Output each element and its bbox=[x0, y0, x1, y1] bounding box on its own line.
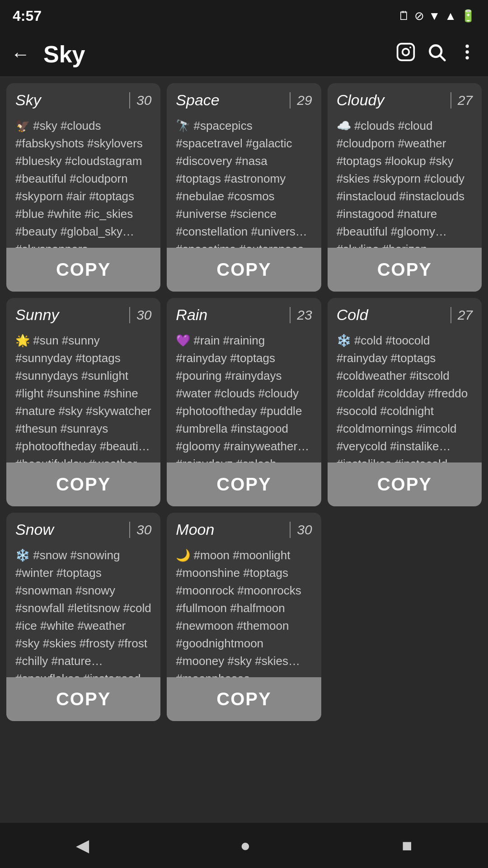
wifi-icon: ▼ bbox=[429, 9, 441, 23]
copy-button-sunny[interactable]: COPY bbox=[6, 462, 160, 506]
card-title-sky: Sky bbox=[15, 91, 123, 109]
card-tags-snow: ❄️ #snow #snowing #winter #toptags #snow… bbox=[6, 543, 160, 677]
copy-button-space[interactable]: COPY bbox=[167, 248, 321, 292]
do-not-disturb-icon: ⊘ bbox=[414, 9, 424, 23]
card-divider-cloudy bbox=[450, 92, 451, 108]
card-title-rain: Rain bbox=[176, 306, 283, 324]
card-title-cloudy: Cloudy bbox=[337, 91, 444, 109]
card-divider-space bbox=[290, 92, 291, 108]
instagram-icon[interactable] bbox=[396, 42, 416, 66]
card-rain: Rain 23 💜 #rain #raining #rainyday #topt… bbox=[167, 298, 321, 506]
card-count-moon: 30 bbox=[297, 522, 312, 538]
card-tags-sunny: 🌟 #sun #sunny #sunnyday #toptags #sunnyd… bbox=[6, 328, 160, 462]
card-header-cloudy: Cloudy 27 bbox=[328, 83, 482, 113]
card-header-moon: Moon 30 bbox=[167, 513, 321, 543]
card-tags-cold: ❄️ #cold #toocold #rainyday #toptags #co… bbox=[328, 328, 482, 462]
card-header-rain: Rain 23 bbox=[167, 298, 321, 328]
card-tags-sky: 🦅 #sky #clouds #fabskyshots #skylovers #… bbox=[6, 113, 160, 248]
svg-line-4 bbox=[440, 56, 445, 60]
battery-icon: 🔋 bbox=[461, 9, 475, 23]
card-count-rain: 23 bbox=[297, 307, 312, 323]
card-space: Space 29 🔭 #spacepics #spacetravel #gala… bbox=[167, 83, 321, 292]
card-title-cold: Cold bbox=[337, 306, 444, 324]
copy-button-sky[interactable]: COPY bbox=[6, 248, 160, 292]
svg-point-1 bbox=[403, 49, 409, 56]
card-title-sunny: Sunny bbox=[15, 306, 123, 324]
nav-back-button[interactable]: ◀ bbox=[76, 835, 89, 855]
card-tags-rain: 💜 #rain #raining #rainyday #toptags #pou… bbox=[167, 328, 321, 462]
card-tags-space: 🔭 #spacepics #spacetravel #galactic #dis… bbox=[167, 113, 321, 248]
copy-button-rain[interactable]: COPY bbox=[167, 462, 321, 506]
card-snow: Snow 30 ❄️ #snow #snowing #winter #topta… bbox=[6, 513, 160, 721]
card-cloudy: Cloudy 27 ☁️ #clouds #cloud #cloudporn #… bbox=[328, 83, 482, 292]
status-icons: 🗒 ⊘ ▼ ▲ 🔋 bbox=[398, 9, 475, 23]
copy-button-cold[interactable]: COPY bbox=[328, 462, 482, 506]
more-icon[interactable] bbox=[457, 42, 477, 66]
nav-recent-button[interactable]: ■ bbox=[402, 836, 413, 855]
copy-button-moon[interactable]: COPY bbox=[167, 677, 321, 721]
card-tags-moon: 🌙 #moon #moonlight #moonshine #toptags #… bbox=[167, 543, 321, 677]
top-bar: ← Sky bbox=[0, 32, 488, 77]
card-cold: Cold 27 ❄️ #cold #toocold #rainyday #top… bbox=[328, 298, 482, 506]
cards-grid: Sky 30 🦅 #sky #clouds #fabskyshots #skyl… bbox=[0, 77, 488, 727]
card-count-cold: 27 bbox=[458, 307, 473, 323]
card-header-space: Space 29 bbox=[167, 83, 321, 113]
card-title-space: Space bbox=[176, 91, 283, 109]
svg-point-6 bbox=[465, 50, 469, 53]
nav-home-button[interactable]: ● bbox=[240, 836, 251, 855]
card-title-moon: Moon bbox=[176, 521, 283, 538]
copy-button-cloudy[interactable]: COPY bbox=[328, 248, 482, 292]
svg-rect-0 bbox=[398, 44, 414, 61]
card-divider-cold bbox=[450, 307, 451, 323]
card-divider-sky bbox=[129, 92, 130, 108]
card-sky: Sky 30 🦅 #sky #clouds #fabskyshots #skyl… bbox=[6, 83, 160, 292]
card-moon: Moon 30 🌙 #moon #moonlight #moonshine #t… bbox=[167, 513, 321, 721]
card-count-snow: 30 bbox=[136, 522, 151, 538]
signal-icon: ▲ bbox=[445, 9, 456, 23]
card-count-sunny: 30 bbox=[136, 307, 151, 323]
card-header-sunny: Sunny 30 bbox=[6, 298, 160, 328]
notification-icon: 🗒 bbox=[398, 9, 410, 23]
search-icon[interactable] bbox=[427, 42, 446, 66]
card-count-cloudy: 27 bbox=[458, 93, 473, 108]
top-bar-actions bbox=[396, 42, 477, 66]
card-header-cold: Cold 27 bbox=[328, 298, 482, 328]
card-title-snow: Snow bbox=[15, 521, 123, 538]
card-header-sky: Sky 30 bbox=[6, 83, 160, 113]
svg-point-7 bbox=[465, 56, 469, 59]
card-header-snow: Snow 30 bbox=[6, 513, 160, 543]
card-divider-moon bbox=[290, 522, 291, 538]
page-title: Sky bbox=[43, 41, 387, 68]
status-bar: 4:57 🗒 ⊘ ▼ ▲ 🔋 bbox=[0, 0, 488, 32]
card-divider-sunny bbox=[129, 307, 130, 323]
bottom-nav: ◀ ● ■ bbox=[0, 823, 488, 868]
back-button[interactable]: ← bbox=[11, 43, 30, 65]
svg-point-5 bbox=[465, 45, 469, 48]
card-tags-cloudy: ☁️ #clouds #cloud #cloudporn #weather #t… bbox=[328, 113, 482, 248]
card-divider-snow bbox=[129, 522, 130, 538]
card-divider-rain bbox=[290, 307, 291, 323]
card-count-sky: 30 bbox=[136, 93, 151, 108]
card-count-space: 29 bbox=[297, 93, 312, 108]
card-sunny: Sunny 30 🌟 #sun #sunny #sunnyday #toptag… bbox=[6, 298, 160, 506]
status-time: 4:57 bbox=[13, 8, 42, 24]
svg-point-2 bbox=[409, 47, 411, 48]
copy-button-snow[interactable]: COPY bbox=[6, 677, 160, 721]
